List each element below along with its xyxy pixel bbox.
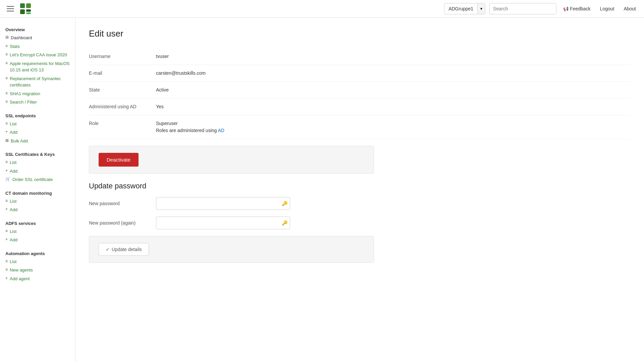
administered-value: Yes <box>156 103 164 110</box>
sidebar-item-ssl-add-label: Add <box>10 129 17 136</box>
plus-icon-5: + <box>5 276 8 281</box>
app-logo <box>19 3 32 15</box>
role-label: Role <box>89 120 156 134</box>
sidebar-overview-header: Overview <box>0 23 75 34</box>
sidebar-item-sha1[interactable]: ≡ SHA1 migration <box>0 89 75 98</box>
sidebar-item-replacement[interactable]: ≡ Replacement of Symantec certificates <box>0 74 75 89</box>
sidebar-item-certs-add[interactable]: + Add <box>0 167 75 176</box>
plus-icon-3: + <box>5 207 8 212</box>
svg-rect-0 <box>20 3 25 8</box>
new-password-again-toggle[interactable]: 🔑 <box>282 220 287 226</box>
list-icon-6: ≡ <box>5 121 8 126</box>
list-icon-3: ≡ <box>5 61 8 65</box>
checkmark-icon: ✓ <box>106 247 110 252</box>
update-details-button[interactable]: ✓ Update details <box>99 243 149 256</box>
sidebar-item-adfs-add-label: Add <box>10 237 17 243</box>
group-selector[interactable]: ADGruppe1 ▾ <box>444 3 485 14</box>
username-label: Username <box>89 53 156 60</box>
megaphone-icon: 📢 <box>563 6 569 11</box>
state-value: Active <box>156 86 169 94</box>
sidebar-item-new-agents[interactable]: ≡ New agents <box>0 266 75 275</box>
new-password-again-row: New password (again) 🔑 <box>89 217 290 229</box>
sidebar-item-certs-list[interactable]: ≡ List <box>0 158 75 167</box>
sidebar-item-ct-list-label: List <box>10 198 16 205</box>
sidebar-item-ct-list[interactable]: ≡ List <box>0 197 75 206</box>
field-username: Username tvuser <box>89 48 631 65</box>
administered-label: Administered using AD <box>89 103 156 110</box>
update-password-title: Update password <box>89 182 631 190</box>
main-content: Edit user Username tvuser E-mail carsten… <box>75 18 644 362</box>
group-dropdown-button[interactable]: ▾ <box>477 3 485 14</box>
sidebar-ssl-certs-header: SSL Certificates & Keys <box>0 148 75 158</box>
page-title: Edit user <box>89 28 631 39</box>
list-icon-2: ≡ <box>5 52 8 57</box>
email-value: carsten@trustskills.com <box>156 70 206 77</box>
hamburger-button[interactable] <box>5 4 15 14</box>
state-label: State <box>89 86 156 94</box>
deactivate-bar: Deactivate <box>89 146 374 174</box>
sidebar-item-sha1-label: SHA1 migration <box>10 90 40 97</box>
logout-button[interactable]: Logout <box>597 6 617 11</box>
svg-rect-4 <box>26 12 31 14</box>
username-value: tvuser <box>156 53 169 60</box>
sidebar-adfs-header: ADFS services <box>0 217 75 227</box>
sidebar-item-stats-label: Stats <box>10 43 20 50</box>
plus-icon-4: + <box>5 237 8 242</box>
sidebar-automation-header: Automation agents <box>0 247 75 257</box>
sidebar-item-letsencrypt[interactable]: ≡ Let's Encrypt CAA issue 2020 <box>0 51 75 59</box>
list-icon-4: ≡ <box>5 76 8 80</box>
sidebar-item-search-filter[interactable]: ≡ Search / Filter <box>0 98 75 107</box>
deactivate-button[interactable]: Deactivate <box>99 153 139 167</box>
ad-link[interactable]: AD <box>218 128 224 133</box>
svg-rect-2 <box>20 9 25 14</box>
plus-icon: + <box>5 129 8 134</box>
list-icon-10: ≡ <box>5 259 8 263</box>
email-label: E-mail <box>89 70 156 77</box>
sidebar-item-automation-list[interactable]: ≡ List <box>0 257 75 266</box>
new-password-row: New password 🔑 <box>89 197 290 210</box>
sidebar-item-letsencrypt-label: Let's Encrypt CAA issue 2020 <box>10 52 67 58</box>
sidebar-item-add-agent[interactable]: + Add agent <box>0 275 75 283</box>
new-password-again-input-wrap: 🔑 <box>156 217 290 229</box>
role-value: Superuser Roles are administered using A… <box>156 120 224 134</box>
sidebar-item-automation-list-label: List <box>10 258 16 265</box>
about-button[interactable]: About <box>621 6 639 11</box>
sidebar-item-ssl-bulk-add[interactable]: ⊠ Bulk Add <box>0 137 75 145</box>
new-password-toggle[interactable]: 🔑 <box>282 201 287 206</box>
sidebar-item-order-ssl[interactable]: 🛒 Order SSL certificate <box>0 175 75 184</box>
svg-rect-3 <box>26 9 31 12</box>
new-password-input[interactable] <box>156 197 290 210</box>
sidebar-item-search-filter-label: Search / Filter <box>10 99 37 106</box>
sidebar-item-ssl-list-label: List <box>10 121 16 127</box>
new-password-label: New password <box>89 201 156 206</box>
sidebar-item-stats[interactable]: ≡ Stats <box>0 42 75 51</box>
list-icon-9: ≡ <box>5 229 8 233</box>
sidebar-item-replacement-label: Replacement of Symantec certificates <box>10 75 70 88</box>
filter-icon: ≡ <box>5 99 8 104</box>
sidebar-item-order-ssl-label: Order SSL certificate <box>12 176 53 183</box>
search-input[interactable] <box>489 3 556 14</box>
cart-icon: 🛒 <box>5 177 10 181</box>
sidebar-item-ct-add[interactable]: + Add <box>0 205 75 214</box>
grid-icon: ⊞ <box>5 35 9 40</box>
sidebar-item-certs-add-label: Add <box>10 168 17 175</box>
body-layout: Overview ⊞ Dashboard ≡ Stats ≡ Let's Enc… <box>0 18 644 362</box>
list-icon-8: ≡ <box>5 198 8 203</box>
new-password-again-input[interactable] <box>156 217 290 229</box>
list-icon-11: ≡ <box>5 267 8 272</box>
sidebar-item-adfs-add[interactable]: + Add <box>0 236 75 244</box>
field-state: State Active <box>89 82 631 99</box>
sidebar-item-ssl-list[interactable]: ≡ List <box>0 120 75 128</box>
feedback-button[interactable]: 📢 Feedback <box>560 6 593 11</box>
update-details-label: Update details <box>112 247 142 252</box>
svg-rect-1 <box>26 3 31 8</box>
sidebar-item-apple[interactable]: ≡ Apple requirements for MacOS 10.15 and… <box>0 59 75 74</box>
sidebar-item-dashboard[interactable]: ⊞ Dashboard <box>0 34 75 42</box>
list-icon-5: ≡ <box>5 91 8 96</box>
sidebar-item-adfs-list[interactable]: ≡ List <box>0 227 75 236</box>
sidebar-item-ssl-add[interactable]: + Add <box>0 128 75 137</box>
sidebar-item-apple-label: Apple requirements for MacOS 10.15 and i… <box>10 60 70 73</box>
new-password-again-label: New password (again) <box>89 220 156 226</box>
sidebar-item-certs-list-label: List <box>10 159 16 166</box>
sidebar-item-adfs-list-label: List <box>10 228 16 235</box>
